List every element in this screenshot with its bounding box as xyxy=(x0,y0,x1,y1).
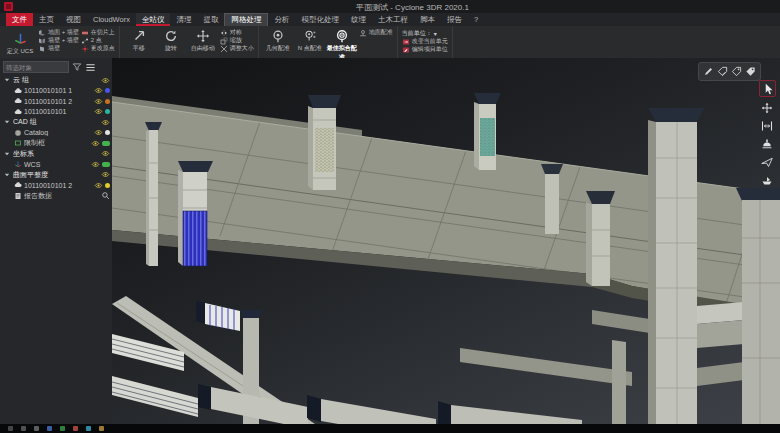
ribbon-tab-2[interactable]: 视图 xyxy=(60,13,87,26)
ribbon-tab-13[interactable]: 报告 xyxy=(441,13,468,26)
orbit-ship-icon[interactable] xyxy=(759,172,774,187)
group1-tool-1[interactable]: 旋转 xyxy=(156,27,186,59)
tree-item-row[interactable]: Catalog xyxy=(0,128,112,139)
group1-small-0[interactable]: 对称 xyxy=(220,29,254,36)
taskbar-app-icon-0[interactable] xyxy=(8,426,13,431)
panel-menu-icon[interactable] xyxy=(85,62,96,73)
ribbon-tab-8[interactable]: 分析 xyxy=(268,13,295,26)
tree-item-row[interactable]: 10110010101 2 xyxy=(0,96,112,107)
visibility-eye-icon[interactable] xyxy=(101,149,110,158)
free-move-icon xyxy=(196,29,210,43)
object-tree: 云 组10110010101 110110010101 210110010101… xyxy=(0,75,112,201)
ribbon-tab-14[interactable]: ? xyxy=(468,13,484,26)
ribbon-tab-9[interactable]: 模型化处理 xyxy=(295,13,345,26)
taskbar-app-icon-1[interactable] xyxy=(21,426,26,431)
tag-annotate-icon[interactable] xyxy=(717,66,728,77)
tree-group-row[interactable]: CAD 组 xyxy=(0,117,112,128)
ribbon-tab-5[interactable]: 清理 xyxy=(170,13,197,26)
chevron-icon[interactable] xyxy=(3,150,11,158)
group2-tool-1[interactable]: N 点配准 xyxy=(295,27,325,59)
visibility-eye-icon[interactable] xyxy=(91,139,100,148)
scan-station-icon[interactable] xyxy=(759,136,774,151)
inspect-magnifier-icon[interactable] xyxy=(101,191,110,200)
ucs-option-1[interactable]: 墙壁 + 墙壁 xyxy=(38,37,79,44)
ribbon-tab-10[interactable]: 纹理 xyxy=(345,13,372,26)
filter-input[interactable] xyxy=(3,61,69,73)
chevron-icon[interactable] xyxy=(3,76,11,84)
toggle-pill[interactable] xyxy=(102,141,110,146)
filter-funnel-icon[interactable] xyxy=(72,62,82,72)
group1-small-2[interactable]: 调整大小 xyxy=(220,45,254,52)
toggle-pill[interactable] xyxy=(102,162,110,167)
taskbar-app-icon-6[interactable] xyxy=(86,426,91,431)
group1-tool-0[interactable]: 平移 xyxy=(124,27,154,59)
group2-tool-1-label: N 点配准 xyxy=(298,44,322,53)
tree-group-row[interactable]: 云 组 xyxy=(0,75,112,86)
visibility-eye-icon[interactable] xyxy=(94,107,103,116)
visibility-eye-icon[interactable] xyxy=(94,97,103,106)
ucs-option-2[interactable]: 墙壁 xyxy=(38,45,79,52)
tree-group-row[interactable]: 曲面平整度 xyxy=(0,170,112,181)
cloud-icon xyxy=(14,87,22,95)
os-taskbar[interactable] xyxy=(0,424,780,433)
ucs-option-0[interactable]: 地面 + 墙壁 xyxy=(38,29,79,36)
ribbon-tab-3[interactable]: CloudWorx xyxy=(87,13,136,26)
visibility-eye-icon[interactable] xyxy=(91,160,100,169)
ucs-option-4[interactable]: 2 点 xyxy=(81,37,115,44)
ribbon-tab-0[interactable]: 文件 xyxy=(6,13,33,26)
visibility-eye-icon[interactable] xyxy=(94,181,103,190)
ribbon-tab-12[interactable]: 脚本 xyxy=(414,13,441,26)
color-swatch[interactable] xyxy=(105,99,110,104)
define-ucs-button[interactable]: 定义 UCS xyxy=(4,27,36,59)
color-swatch[interactable] xyxy=(105,130,110,135)
color-swatch[interactable] xyxy=(105,88,110,93)
color-swatch[interactable] xyxy=(105,109,110,114)
tree-group-row[interactable]: 坐标系 xyxy=(0,149,112,160)
two-points-icon xyxy=(81,37,89,45)
ribbon-tab-4[interactable]: 全站仪 xyxy=(136,13,171,26)
chevron-icon[interactable] xyxy=(3,171,11,179)
visibility-eye-icon[interactable] xyxy=(101,118,110,127)
taskbar-app-icon-7[interactable] xyxy=(99,426,104,431)
group1-tool-2[interactable]: 自由移动 xyxy=(188,27,218,59)
visibility-eye-icon[interactable] xyxy=(101,76,110,85)
tree-item-row[interactable]: 10110010101 xyxy=(0,107,112,118)
group1-small-1[interactable]: 缩放 xyxy=(220,37,254,44)
pan-move-icon[interactable] xyxy=(759,100,774,115)
chevron-icon[interactable] xyxy=(3,118,11,126)
ribbon-tab-1[interactable]: 主页 xyxy=(33,13,60,26)
ribbon-tab-7[interactable]: 网格处理 xyxy=(224,13,268,26)
visibility-eye-icon[interactable] xyxy=(94,128,103,137)
group2-small-0[interactable]: 地面配准 xyxy=(359,29,393,36)
pin-icon xyxy=(271,29,285,43)
tree-item-row[interactable]: 10110010101 2 xyxy=(0,180,112,191)
fly-mode-icon[interactable] xyxy=(759,154,774,169)
label-tag-icon[interactable] xyxy=(745,66,756,77)
current-unit-dropdown[interactable]: 当前单位：▾ xyxy=(402,29,448,37)
tree-item-row[interactable]: 限制框 xyxy=(0,138,112,149)
taskbar-app-icon-5[interactable] xyxy=(73,426,78,431)
select-cursor-icon[interactable] xyxy=(759,80,776,97)
ribbon-tab-11[interactable]: 土木工程 xyxy=(372,13,414,26)
taskbar-app-icon-4[interactable] xyxy=(60,426,65,431)
tree-item-row[interactable]: 报告数据 xyxy=(0,191,112,202)
measure-pen-icon[interactable] xyxy=(703,66,714,77)
taskbar-app-icon-3[interactable] xyxy=(47,426,52,431)
viewport-3d[interactable] xyxy=(112,58,780,424)
visibility-eye-icon[interactable] xyxy=(101,170,110,179)
color-swatch[interactable] xyxy=(105,183,110,188)
unit-action-1[interactable]: 编辑项目单位 xyxy=(402,46,448,53)
tag-edit-icon[interactable] xyxy=(731,66,742,77)
group2-tool-0[interactable]: 几何配准 xyxy=(263,27,293,59)
visibility-eye-icon[interactable] xyxy=(94,86,103,95)
ucs-option-3[interactable]: 在切片上 xyxy=(81,29,115,36)
tree-node-label: WCS xyxy=(24,161,91,168)
ribbon-tab-6[interactable]: 提取 xyxy=(197,13,224,26)
unit-action-0[interactable]: 改变当前单元 xyxy=(402,38,448,45)
ucs-option-5[interactable]: 更改原点 xyxy=(81,45,115,52)
tree-item-row[interactable]: 10110010101 1 xyxy=(0,86,112,97)
group2-tool-2[interactable]: 最佳拟合配准 xyxy=(327,27,357,59)
tree-item-row[interactable]: WCS xyxy=(0,159,112,170)
fit-width-icon[interactable] xyxy=(759,118,774,133)
taskbar-app-icon-2[interactable] xyxy=(34,426,39,431)
